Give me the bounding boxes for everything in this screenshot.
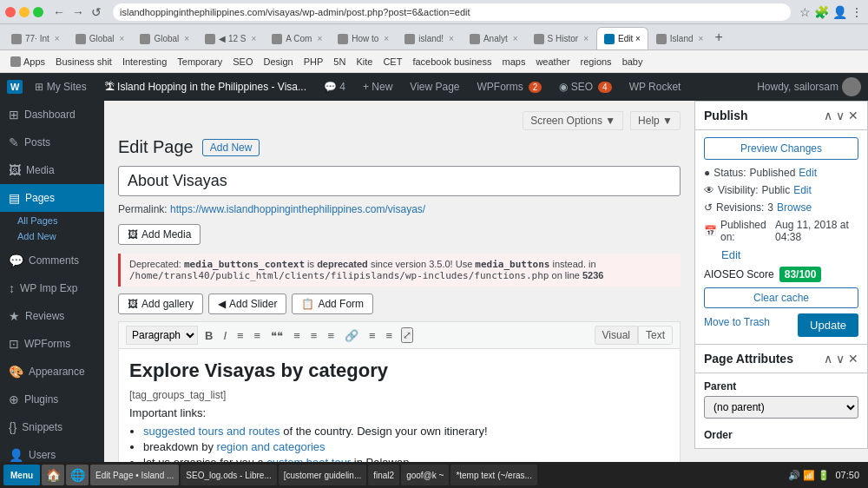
extensions-icon[interactable]: 🧩 [814, 5, 829, 19]
regions-link[interactable]: region and categories [217, 440, 326, 453]
bookmark-seo[interactable]: SEO [229, 55, 256, 69]
maximize-button[interactable] [33, 7, 43, 17]
published-edit-link[interactable]: Edit [721, 248, 740, 261]
ol-button[interactable]: ≡ [251, 327, 265, 344]
taskbar-customer[interactable]: [customer guidelin... [279, 465, 367, 485]
ul-button[interactable]: ≡ [233, 327, 247, 344]
sidebar-item-wpforms[interactable]: ⊡ WPForms [0, 330, 104, 358]
bookmark-design[interactable]: Design [260, 55, 296, 69]
minimize-button[interactable] [19, 7, 30, 17]
menu-icon[interactable]: ⋮ [851, 5, 863, 19]
parent-select[interactable]: (no parent) [704, 396, 858, 419]
sidebar-item-reviews[interactable]: ★ Reviews [0, 302, 104, 330]
sidebar-sub-all-pages[interactable]: All Pages [0, 212, 104, 229]
taskbar-icon-1[interactable]: 🏠 [42, 465, 64, 485]
forward-button[interactable]: → [69, 5, 87, 19]
sidebar-item-comments[interactable]: 💬 Comments [0, 247, 104, 274]
admin-bar-seo[interactable]: ◉ SEO 4 [554, 73, 616, 101]
align-left-button[interactable]: ≡ [290, 327, 304, 344]
close-button[interactable] [5, 7, 16, 17]
tab-3[interactable]: Global× [132, 27, 197, 49]
tab-4[interactable]: ◀ 12 S× [197, 27, 264, 49]
bold-button[interactable]: B [201, 327, 216, 344]
wp-logo[interactable]: W [7, 80, 23, 94]
taskbar-icon-2[interactable]: 🌐 [66, 465, 89, 485]
bookmark-weather[interactable]: weather [532, 55, 573, 69]
add-new-button[interactable]: Add New [202, 139, 260, 156]
bookmark-business[interactable]: Business shit [52, 55, 115, 69]
bookmark-interesting[interactable]: Interesting [119, 55, 170, 69]
text-tab[interactable]: Text [638, 326, 673, 345]
revisions-browse-link[interactable]: Browse [777, 201, 812, 214]
sidebar-item-posts[interactable]: ✎ Posts [0, 129, 104, 156]
close-attributes-icon[interactable]: ✕ [848, 352, 858, 366]
permalink-link[interactable]: https://www.islandhoppinginthephilippine… [170, 203, 425, 215]
help-button[interactable]: Help ▼ [630, 111, 681, 130]
tab-7[interactable]: island!× [397, 27, 462, 49]
admin-bar-comments[interactable]: 💬 4 [319, 73, 351, 101]
sidebar-item-wpimp[interactable]: ↕ WP Imp Exp [0, 274, 104, 302]
back-button[interactable]: ← [50, 5, 68, 19]
tab-9[interactable]: S Histor× [526, 27, 596, 49]
bookmark-php[interactable]: PHP [300, 55, 327, 69]
italic-button[interactable]: I [220, 327, 230, 344]
visual-tab[interactable]: Visual [595, 326, 638, 345]
collapse-up-icon2[interactable]: ∧ [824, 352, 832, 366]
bookmark-facebook[interactable]: facebook business [409, 55, 495, 69]
sidebar-item-pages[interactable]: ▤ Pages [0, 184, 104, 212]
update-button[interactable]: Update [798, 313, 858, 337]
sidebar-item-snippets[interactable]: {} Snippets [0, 413, 104, 441]
admin-bar-mysites[interactable]: ⊞ My Sites [30, 73, 91, 101]
collapse-down-icon[interactable]: ∨ [836, 109, 845, 122]
more-button[interactable]: ≡ [365, 327, 379, 344]
sidebar-item-media[interactable]: 🖼 Media [0, 156, 104, 184]
sidebar-item-dashboard[interactable]: ⊞ Dashboard [0, 101, 104, 129]
bookmark-maps[interactable]: maps [499, 55, 529, 69]
tab-6[interactable]: How to× [330, 27, 397, 49]
tab-edit-page[interactable]: Edit × [596, 27, 648, 49]
address-bar[interactable]: islandhoppinginthephilippines.com/visaya… [113, 3, 791, 21]
profile-icon[interactable]: 👤 [832, 5, 847, 19]
bookmark-5n[interactable]: 5N [330, 55, 349, 69]
paragraph-select[interactable]: Paragraph [126, 326, 198, 345]
bookmark-apps[interactable]: Apps [7, 55, 49, 69]
status-edit-link[interactable]: Edit [799, 167, 817, 179]
add-form-button[interactable]: 📋 Add Form [292, 293, 373, 314]
blockquote-button[interactable]: ❝❝ [267, 327, 286, 344]
reload-button[interactable]: ↺ [89, 5, 104, 19]
avatar[interactable] [842, 77, 861, 96]
tours-link[interactable]: suggested tours and routes [143, 425, 280, 438]
bookmark-regions[interactable]: regions [577, 55, 615, 69]
toolbar-toggle-button[interactable]: ≡ [383, 327, 397, 344]
tab-island[interactable]: Island× [648, 27, 712, 49]
align-right-button[interactable]: ≡ [324, 327, 338, 344]
taskbar-start-button[interactable]: Menu [3, 465, 40, 485]
fullscreen-button[interactable]: ⤢ [401, 327, 413, 343]
add-slider-button[interactable]: ◀ Add Slider [208, 293, 286, 314]
tab-8[interactable]: Analyt× [462, 27, 526, 49]
bookmark-baby[interactable]: baby [619, 55, 647, 69]
tab-5[interactable]: A Com× [264, 27, 330, 49]
close-publish-icon[interactable]: ✕ [848, 109, 858, 122]
admin-bar-wpforms[interactable]: WPForms 2 [472, 73, 548, 101]
taskbar-seo-log[interactable]: SEO_log.ods - Libre... [181, 465, 276, 485]
bookmark-temporary[interactable]: Temporary [174, 55, 226, 69]
tab-2[interactable]: Global× [68, 27, 133, 49]
collapse-up-icon[interactable]: ∧ [824, 109, 832, 122]
sidebar-item-plugins[interactable]: ⊕ Plugins [0, 386, 104, 413]
taskbar-edit-page[interactable]: Edit Page • Island ... [90, 465, 179, 485]
move-to-trash-link[interactable]: Move to Trash [704, 316, 770, 328]
preview-changes-button[interactable]: Preview Changes [704, 137, 858, 160]
add-media-button[interactable]: 🖼 Add Media [118, 224, 201, 245]
tab-1[interactable]: 77· Int× [3, 27, 68, 49]
add-gallery-button[interactable]: 🖼 Add gallery [118, 293, 203, 314]
clear-cache-button[interactable]: Clear cache [704, 287, 858, 308]
admin-bar-new[interactable]: + New [358, 73, 398, 101]
collapse-down-icon2[interactable]: ∨ [836, 352, 845, 366]
page-title-input[interactable] [118, 166, 681, 196]
admin-bar-view-page[interactable]: View Page [404, 73, 464, 101]
taskbar-temp[interactable]: *temp text (~/eras... [450, 465, 537, 485]
taskbar-goof[interactable]: goof@k ~ [401, 465, 449, 485]
sidebar-item-appearance[interactable]: 🎨 Appearance [0, 358, 104, 386]
bookmark-cet[interactable]: CET [379, 55, 405, 69]
